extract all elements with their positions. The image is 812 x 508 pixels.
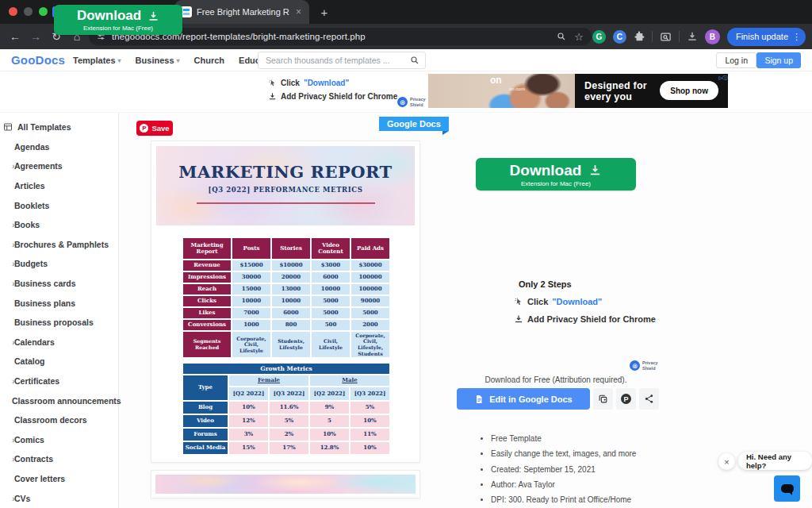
display-ad[interactable]: on on.com Designed forevery you Shop now…	[428, 74, 728, 108]
new-tab-button[interactable]: +	[316, 3, 333, 21]
share-button[interactable]	[639, 388, 659, 410]
sidebar-item-booklets[interactable]: Booklets	[0, 195, 118, 215]
toolbar-divider	[679, 31, 680, 42]
sidebar-item-agendas[interactable]: Agendas	[0, 137, 118, 157]
sidebar-item-classroom-announcements[interactable]: Classroom announcements	[0, 391, 118, 410]
shop-now-button[interactable]: Shop now	[660, 81, 718, 100]
profile-avatar[interactable]: B	[705, 29, 720, 44]
chevron-right-icon[interactable]: ›	[0, 435, 14, 444]
metrics-header-cell: Marketing Report	[183, 238, 231, 259]
login-button[interactable]: Log in	[716, 52, 756, 68]
privacy-shield-icon: ◎	[397, 97, 408, 107]
free-note: Download for Free (Attribution required)…	[456, 375, 656, 384]
chat-greeting[interactable]: Hi. Need any help?	[738, 452, 812, 470]
sidebar-item-label: Calendars	[14, 337, 55, 347]
browser-tab-active[interactable]: Free Bright Marketing Report ×	[174, 0, 309, 24]
chevron-right-icon[interactable]: ›	[0, 279, 14, 288]
sidebar-item-catalog[interactable]: Catalog	[0, 352, 118, 371]
grammarly-extension-icon[interactable]: G	[592, 30, 606, 44]
template-preview-page-2[interactable]	[151, 470, 420, 498]
finish-update-button[interactable]: Finish update ⋮	[727, 28, 806, 46]
site-logo[interactable]: GooDocs	[11, 53, 65, 67]
sidebar-item-business-cards[interactable]: ›Business cards	[0, 274, 118, 294]
nav-item-templates[interactable]: Templates▾	[73, 56, 121, 65]
forward-icon[interactable]: →	[25, 30, 46, 43]
ad-photo: on on.com	[428, 74, 575, 108]
chevron-right-icon[interactable]: ›	[0, 376, 14, 386]
sidebar-item-label: Comics	[14, 435, 44, 444]
chevron-right-icon[interactable]: ›	[0, 161, 14, 171]
minimize-window-button[interactable]	[24, 7, 33, 16]
step-click-link[interactable]: "Download"	[552, 297, 602, 306]
chevron-right-icon[interactable]: ›	[0, 259, 14, 268]
chat-launcher-button[interactable]	[774, 475, 800, 502]
extension-c-icon[interactable]: C	[613, 30, 626, 44]
sidebar-item-articles[interactable]: Articles	[0, 176, 118, 196]
sidebar-item-business-proposals[interactable]: Business proposals	[0, 313, 118, 333]
sidebar-item-comics[interactable]: ›Comics	[0, 430, 118, 450]
template-detail-item: Easily change the text, images, and more	[491, 446, 688, 461]
search-icon[interactable]	[410, 56, 419, 65]
download-extension-button[interactable]: Download Extension for Mac (Free)	[54, 5, 182, 35]
download-template-button[interactable]: Download Extension for Mac (Free)	[476, 158, 636, 190]
pinterest-share-button[interactable]: P	[616, 388, 636, 410]
chevron-right-icon[interactable]: ›	[0, 337, 14, 347]
more-menu-icon[interactable]: ⋮	[792, 32, 801, 42]
nav-item-business[interactable]: Business▾	[136, 56, 180, 65]
metrics-value-cell: $30000	[351, 260, 389, 271]
sidebar-item-books[interactable]: ›Books	[0, 215, 118, 235]
growth-row-label: Social Media	[183, 442, 228, 454]
metrics-value-cell: 10000	[232, 296, 270, 306]
sidebar-item-label: Agendas	[14, 142, 49, 152]
privacy-shield-text: Shield	[410, 102, 423, 107]
sidebar-item-all-templates[interactable]: All Templates	[0, 117, 118, 137]
nav-item-church[interactable]: Church	[194, 56, 225, 65]
sidebar-item-brochures-pamphlets[interactable]: ›Brochures & Pamphlets	[0, 235, 118, 255]
chevron-right-icon[interactable]: ›	[0, 240, 14, 249]
chevron-right-icon[interactable]: ›	[0, 220, 14, 229]
edit-in-google-docs-button[interactable]: Edit in Google Docs	[457, 388, 590, 410]
growth-value-cell: 10%	[310, 429, 349, 441]
growth-value-cell: 5%	[350, 402, 389, 414]
chevron-right-icon[interactable]: ›	[0, 494, 14, 503]
back-icon[interactable]: ←	[5, 30, 25, 43]
metrics-value-cell: Students, Lifestyle	[272, 332, 310, 357]
zoom-icon[interactable]	[557, 32, 566, 41]
bookmark-star-icon[interactable]: ☆	[574, 31, 584, 43]
signup-button[interactable]: Sign up	[756, 52, 801, 68]
chevron-down-icon: ▾	[177, 57, 180, 64]
tab-close-icon[interactable]: ×	[294, 6, 303, 17]
sidebar-item-contracts[interactable]: ›Contracts	[0, 449, 118, 469]
preview-subtitle: [Q3 2022] PERFORMANCE METRICS	[156, 186, 415, 194]
sidebar-item-agreements[interactable]: ›Agreements	[0, 156, 118, 176]
adchoices-icon[interactable]: ▷ⓘ	[718, 75, 727, 82]
downloads-icon[interactable]	[687, 31, 698, 42]
sidebar-item-business-plans[interactable]: Business plans	[0, 293, 118, 313]
screen-capture-icon[interactable]	[660, 31, 672, 43]
sidebar-item-label: Agreements	[14, 161, 63, 171]
chevron-right-icon[interactable]: ›	[0, 454, 14, 464]
download-icon	[588, 164, 602, 177]
sidebar-item-budgets[interactable]: ›Budgets	[0, 254, 118, 274]
metrics-value-cell: 5000	[312, 296, 350, 306]
sidebar-item-classroom-decors[interactable]: Classroom decors	[0, 410, 118, 430]
pinterest-save-button[interactable]: P Save	[136, 121, 173, 136]
sidebar-item-cvs[interactable]: ›CVs	[0, 488, 118, 508]
metrics-value-cell: 2000	[351, 320, 389, 330]
chat-close-button[interactable]: ×	[718, 453, 735, 470]
sidebar-item-label: Classroom announcements	[12, 396, 121, 406]
sidebar-item-label: Catalog	[14, 356, 45, 366]
template-preview-page-1[interactable]: MARKETING REPORT [Q3 2022] PERFORMANCE M…	[151, 140, 420, 463]
copy-link-button[interactable]	[593, 388, 613, 410]
search-input[interactable]	[259, 56, 410, 65]
sidebar-item-calendars[interactable]: ›Calendars	[0, 333, 118, 352]
sidebar-item-cover-letters[interactable]: Cover letters	[0, 469, 118, 489]
growth-value-cell: 3%	[229, 429, 268, 441]
extensions-puzzle-icon[interactable]	[634, 31, 645, 42]
sidebar-item-certificates[interactable]: ›Certificates	[0, 371, 118, 391]
metrics-value-cell: 800	[272, 320, 310, 330]
metrics-value-cell: 15000	[232, 284, 270, 294]
step-click-link[interactable]: "Download"	[304, 79, 349, 87]
sidebar-item-label: Books	[14, 220, 40, 229]
close-window-button[interactable]	[9, 7, 17, 16]
